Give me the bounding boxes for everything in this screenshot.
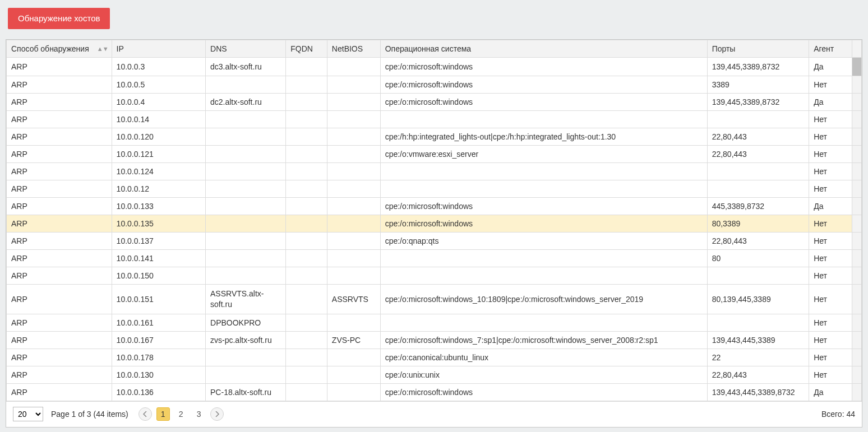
cell-dns: zvs-pc.altx-soft.ru [206,331,286,349]
cell-dns [206,128,286,146]
scrollbar-thumb[interactable] [852,58,861,76]
scrollbar-track[interactable] [852,267,861,285]
cell-ip: 10.0.0.5 [112,76,205,94]
table-row[interactable]: ARP10.0.0.121cpe:/o:vmware:esxi_server22… [7,146,862,163]
scrollbar-track[interactable] [852,233,861,250]
cell-netbios [327,215,380,233]
cell-fqdn [286,146,327,163]
scrollbar-track[interactable] [852,94,861,111]
cell-netbios: ASSRVTS [327,285,380,314]
table-row[interactable]: ARP10.0.0.3dc3.altx-soft.rucpe:/o:micros… [7,58,862,76]
table-row[interactable]: ARP10.0.0.4dc2.altx-soft.rucpe:/o:micros… [7,94,862,111]
scrollbar-track[interactable] [852,128,861,146]
col-header-method[interactable]: Способ обнаружения ▲▼ [7,40,112,58]
cell-dns [206,349,286,366]
chevron-left-icon [143,411,147,417]
table-row[interactable]: ARP10.0.0.151ASSRVTS.altx-soft.ruASSRVTS… [7,285,862,314]
table-row[interactable]: ARP10.0.0.5cpe:/o:microsoft:windows3389Н… [7,76,862,94]
scrollbar-track[interactable] [852,163,861,180]
scrollbar-track[interactable] [852,250,861,267]
scrollbar-track[interactable] [852,146,861,163]
table-row[interactable]: ARP10.0.0.135cpe:/o:microsoft:windows80,… [7,215,862,233]
cell-netbios [327,267,380,285]
scrollbar-track[interactable] [852,331,861,349]
table-row[interactable]: ARP10.0.0.120cpe:/h:hp:integrated_lights… [7,128,862,146]
cell-agent: Да [809,58,852,76]
col-header-ports[interactable]: Порты [707,40,809,58]
cell-method: ARP [7,250,112,267]
hosts-table: Способ обнаружения ▲▼ IP DNS FQDN NetBIO… [6,40,862,401]
pager-next-button[interactable] [210,407,224,421]
cell-fqdn [286,331,327,349]
cell-method: ARP [7,146,112,163]
scrollbar-track[interactable] [852,285,861,314]
scrollbar-track[interactable] [852,58,861,76]
cell-fqdn [286,314,327,331]
col-header-dns[interactable]: DNS [206,40,286,58]
scrollbar-track[interactable] [852,76,861,94]
cell-os: cpe:/o:microsoft:windows [380,58,707,76]
pager-page-3[interactable]: 3 [192,407,206,421]
cell-agent: Нет [809,146,852,163]
table-row[interactable]: ARP10.0.0.133cpe:/o:microsoft:windows445… [7,198,862,215]
scrollbar-track[interactable] [852,215,861,233]
col-header-ip[interactable]: IP [112,40,205,58]
scrollbar-track[interactable] [852,349,861,366]
table-row[interactable]: ARP10.0.0.150Нет [7,267,862,285]
cell-ip: 10.0.0.120 [112,128,205,146]
col-header-fqdn[interactable]: FQDN [286,40,327,58]
scrollbar-track[interactable] [852,198,861,215]
cell-fqdn [286,383,327,401]
col-header-agent[interactable]: Агент [809,40,852,58]
table-row[interactable]: ARP10.0.0.14180Нет [7,250,862,267]
cell-ports: 139,445,3389,8732 [707,58,809,76]
cell-ip: 10.0.0.136 [112,383,205,401]
col-header-netbios[interactable]: NetBIOS [327,40,380,58]
cell-os [380,163,707,180]
cell-ports [707,111,809,128]
cell-ip: 10.0.0.121 [112,146,205,163]
cell-fqdn [286,349,327,366]
cell-dns [206,267,286,285]
table-row[interactable]: ARP10.0.0.130cpe:/o:unix:unix22,80,443Не… [7,366,862,383]
cell-netbios [327,111,380,128]
discover-hosts-button[interactable]: Обнаружение хостов [8,8,110,29]
cell-ip: 10.0.0.137 [112,233,205,250]
table-row[interactable]: ARP10.0.0.178cpe:/o:canonical:ubuntu_lin… [7,349,862,366]
scrollbar-track[interactable] [852,314,861,331]
pager-prev-button[interactable] [138,407,152,421]
scrollbar-track[interactable] [852,40,861,58]
table-row[interactable]: ARP10.0.0.161DPBOOKPROНет [7,314,862,331]
table-row[interactable]: ARP10.0.0.14Нет [7,111,862,128]
scrollbar-track[interactable] [852,383,861,401]
cell-method: ARP [7,314,112,331]
sort-asc-icon: ▲▼ [97,46,108,52]
pager-page-2[interactable]: 2 [174,407,188,421]
cell-os: cpe:/o:canonical:ubuntu_linux [380,349,707,366]
col-header-label: IP [117,44,124,53]
scrollbar-track[interactable] [852,366,861,383]
cell-os [380,314,707,331]
page-size-select[interactable]: 102050100 [13,407,43,421]
table-row[interactable]: ARP10.0.0.137cpe:/o:qnap:qts22,80,443Нет [7,233,862,250]
pager-page-1[interactable]: 1 [156,407,170,421]
cell-ip: 10.0.0.12 [112,180,205,198]
cell-netbios [327,146,380,163]
cell-os: cpe:/o:qnap:qts [380,233,707,250]
table-row[interactable]: ARP10.0.0.12Нет [7,180,862,198]
cell-agent: Нет [809,314,852,331]
cell-agent: Нет [809,331,852,349]
cell-os: cpe:/o:vmware:esxi_server [380,146,707,163]
col-header-os[interactable]: Операционная система [380,40,707,58]
cell-method: ARP [7,331,112,349]
cell-fqdn [286,180,327,198]
scrollbar-track[interactable] [852,111,861,128]
cell-agent: Нет [809,349,852,366]
scrollbar-track[interactable] [852,180,861,198]
table-row[interactable]: ARP10.0.0.124Нет [7,163,862,180]
table-row[interactable]: ARP10.0.0.167zvs-pc.altx-soft.ruZVS-PCcp… [7,331,862,349]
pager: 102050100 Page 1 of 3 (44 items) 123 Все… [6,401,862,427]
table-row[interactable]: ARP10.0.0.136PC-18.altx-soft.rucpe:/o:mi… [7,383,862,401]
cell-ports: 22,80,443 [707,146,809,163]
col-header-label: Агент [814,44,834,53]
